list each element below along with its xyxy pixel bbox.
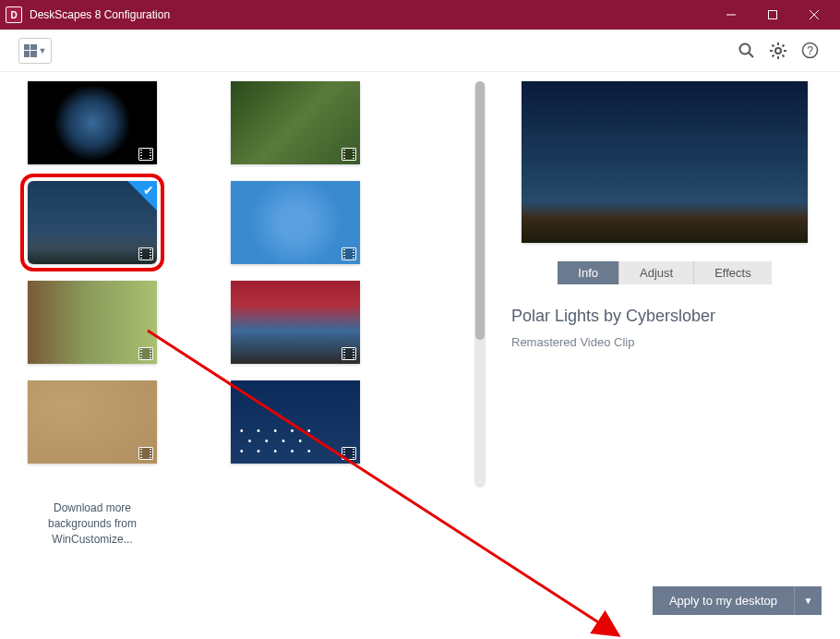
download-link[interactable]: Download more backgrounds from WinCustom… [28, 500, 157, 547]
maximize-button[interactable] [751, 0, 793, 30]
gallery-scrollbar[interactable] [474, 81, 486, 488]
video-icon [342, 148, 356, 161]
check-icon: ✔ [143, 183, 154, 198]
view-mode-button[interactable]: ▼ [18, 38, 52, 64]
video-icon [138, 247, 153, 260]
svg-rect-1 [768, 11, 776, 19]
preview-panel: Info Adjust Effects Polar Lights by Cybe… [498, 81, 822, 621]
video-icon [138, 148, 153, 161]
thumbnail-grid: ✔ [18, 81, 462, 473]
apply-dropdown-button[interactable]: ▼ [794, 586, 822, 615]
thumbnail-tree-bark[interactable] [28, 281, 157, 364]
app-window: D DeskScapes 8 Configuration ▼ ? [0, 0, 840, 639]
download-text-1: Download more [54, 501, 131, 514]
tab-effects[interactable]: Effects [694, 261, 772, 284]
download-text-3: WinCustomize... [52, 533, 132, 546]
video-icon [138, 347, 153, 360]
thumbnail-red-car[interactable] [231, 281, 360, 364]
wallpaper-subtitle: Remastered Video Clip [511, 335, 822, 349]
video-icon [342, 247, 356, 260]
thumbnail-polar-lights[interactable]: ✔ [28, 181, 157, 264]
gear-icon[interactable] [766, 39, 790, 63]
svg-line-5 [749, 53, 753, 57]
thumbnail-forest[interactable] [231, 81, 360, 164]
tab-adjust[interactable]: Adjust [619, 261, 694, 284]
close-button[interactable] [793, 0, 834, 30]
window-title: DeskScapes 8 Configuration [30, 8, 710, 21]
toolbar: ▼ ? [0, 30, 840, 72]
svg-text:?: ? [807, 44, 813, 57]
preview-tabs: Info Adjust Effects [508, 261, 822, 284]
download-text-2: backgrounds from [48, 517, 137, 530]
app-icon: D [6, 6, 22, 23]
wallpaper-title: Polar Lights by Cyberslober [511, 307, 822, 326]
thumbnail-sand[interactable] [28, 380, 157, 464]
video-icon [342, 347, 356, 360]
tab-info[interactable]: Info [558, 261, 619, 284]
apply-button[interactable]: Apply to my desktop [653, 586, 794, 615]
content-area: ✔ Download more backgrounds from WinCust… [0, 72, 840, 639]
search-icon[interactable] [735, 39, 759, 63]
thumbnail-earth[interactable] [28, 81, 157, 164]
svg-point-4 [740, 43, 750, 54]
thumbnail-blue-rings[interactable] [231, 181, 360, 264]
apply-row: Apply to my desktop ▼ [508, 586, 822, 621]
scrollbar-thumb[interactable] [475, 81, 485, 340]
titlebar: D DeskScapes 8 Configuration [0, 0, 840, 30]
thumbnail-snowfall[interactable] [231, 380, 360, 464]
video-icon [138, 447, 153, 460]
window-controls [710, 0, 834, 30]
grid-icon [24, 44, 37, 57]
gallery-panel: ✔ Download more backgrounds from WinCust… [18, 81, 462, 621]
chevron-down-icon: ▼ [39, 46, 47, 55]
svg-point-6 [775, 48, 781, 54]
minimize-button[interactable] [710, 0, 751, 30]
video-icon [342, 447, 356, 460]
preview-image [522, 81, 808, 243]
help-icon[interactable]: ? [798, 39, 822, 63]
